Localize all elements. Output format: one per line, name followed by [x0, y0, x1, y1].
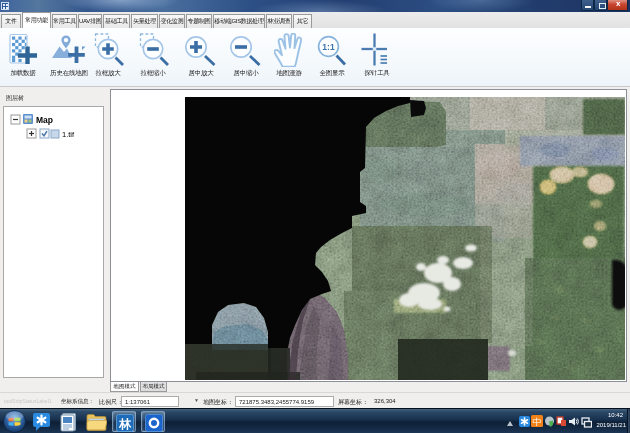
svg-text:林: 林 [118, 416, 132, 430]
svg-text:中: 中 [533, 417, 542, 427]
svg-text:1.tif: 1.tif [62, 130, 75, 139]
svg-text:Map: Map [36, 115, 53, 125]
svg-text:1:1: 1:1 [322, 42, 335, 52]
